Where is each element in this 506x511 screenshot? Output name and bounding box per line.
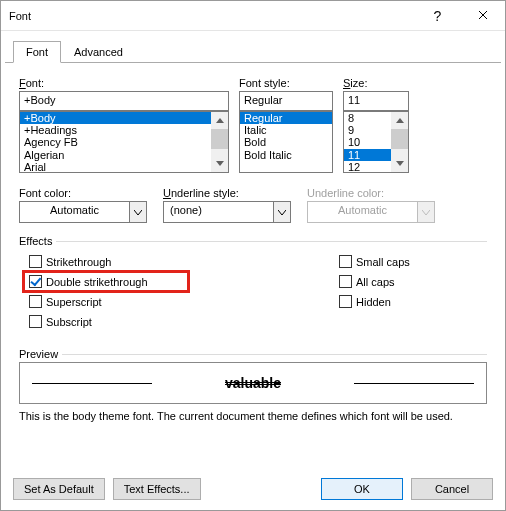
scroll-up-icon[interactable] xyxy=(391,112,408,129)
close-button[interactable] xyxy=(460,1,505,31)
underline-style-combo[interactable]: (none) xyxy=(163,201,291,223)
list-item[interactable]: Italic xyxy=(240,124,332,136)
button-bar: Set As Default Text Effects... OK Cancel xyxy=(1,468,505,510)
checkbox-label: Small caps xyxy=(356,256,410,268)
scroll-down-icon[interactable] xyxy=(391,155,408,172)
list-item[interactable]: Regular xyxy=(240,112,332,124)
underline-style-label: Underline style: xyxy=(163,187,291,199)
chevron-down-icon[interactable] xyxy=(129,201,147,223)
chevron-down-icon[interactable] xyxy=(273,201,291,223)
underline-color-combo: Automatic xyxy=(307,201,435,223)
list-item[interactable]: 11 xyxy=(344,149,391,161)
checkbox-label: Hidden xyxy=(356,296,391,308)
font-color-label: Font color: xyxy=(19,187,147,199)
list-item[interactable]: Arial xyxy=(20,161,211,173)
text-effects-button[interactable]: Text Effects... xyxy=(113,478,201,500)
checkbox-icon xyxy=(339,255,352,268)
size-listbox[interactable]: 8 9 10 11 12 xyxy=(343,111,409,173)
underline-color-value: Automatic xyxy=(307,201,417,223)
tab-advanced[interactable]: Advanced xyxy=(61,41,136,63)
small-caps-checkbox[interactable]: Small caps xyxy=(329,253,410,270)
font-style-input[interactable]: Regular xyxy=(239,91,333,111)
scroll-thumb[interactable] xyxy=(391,129,408,149)
underline-color-label: Underline color: xyxy=(307,187,435,199)
hint-text: This is the body theme font. The current… xyxy=(19,410,487,422)
list-item[interactable]: Bold xyxy=(240,136,332,148)
checkbox-icon xyxy=(339,295,352,308)
dialog-content: Font: +Body +Body +Headings Agency FB Al… xyxy=(1,63,505,468)
preview-box: valuable xyxy=(19,362,487,404)
scroll-down-icon[interactable] xyxy=(211,155,228,172)
list-item[interactable]: 8 xyxy=(344,112,391,124)
effects-group-header: Effects xyxy=(19,235,487,247)
strikethrough-checkbox[interactable]: Strikethrough xyxy=(19,253,329,270)
double-strikethrough-checkbox[interactable]: Double strikethrough xyxy=(19,273,329,290)
tabstrip: Font Advanced xyxy=(1,31,505,63)
font-style-label: Font style: xyxy=(239,77,333,89)
help-icon: ? xyxy=(434,8,442,24)
hidden-checkbox[interactable]: Hidden xyxy=(329,293,410,310)
list-item[interactable]: +Body xyxy=(20,112,211,124)
checkbox-icon xyxy=(29,275,42,288)
font-listbox[interactable]: +Body +Headings Agency FB Algerian Arial xyxy=(19,111,229,173)
preview-group-header: Preview xyxy=(19,348,487,360)
set-default-button[interactable]: Set As Default xyxy=(13,478,105,500)
list-item[interactable]: Bold Italic xyxy=(240,149,332,161)
checkbox-label: Superscript xyxy=(46,296,102,308)
list-item[interactable]: 9 xyxy=(344,124,391,136)
tab-font[interactable]: Font xyxy=(13,41,61,63)
scroll-up-icon[interactable] xyxy=(211,112,228,129)
subscript-checkbox[interactable]: Subscript xyxy=(19,313,329,330)
font-dialog: Font ? Font Advanced Font: +Body +Body +… xyxy=(0,0,506,511)
close-icon xyxy=(478,10,488,22)
font-color-value: Automatic xyxy=(19,201,129,223)
size-input[interactable]: 11 xyxy=(343,91,409,111)
checkbox-label: All caps xyxy=(356,276,395,288)
checkbox-icon xyxy=(29,315,42,328)
checkbox-label: Strikethrough xyxy=(46,256,111,268)
ok-button[interactable]: OK xyxy=(321,478,403,500)
checkbox-label: Double strikethrough xyxy=(46,276,148,288)
cancel-button[interactable]: Cancel xyxy=(411,478,493,500)
font-input[interactable]: +Body xyxy=(19,91,229,111)
font-color-combo[interactable]: Automatic xyxy=(19,201,147,223)
font-style-listbox[interactable]: Regular Italic Bold Bold Italic xyxy=(239,111,333,173)
window-title: Font xyxy=(1,10,415,22)
list-item[interactable]: 12 xyxy=(344,161,391,173)
help-button[interactable]: ? xyxy=(415,1,460,31)
checkbox-icon xyxy=(339,275,352,288)
chevron-down-icon xyxy=(417,201,435,223)
preview-text: valuable xyxy=(225,375,281,391)
scrollbar[interactable] xyxy=(211,112,228,172)
list-item[interactable]: Algerian xyxy=(20,149,211,161)
scrollbar[interactable] xyxy=(391,112,408,172)
list-item[interactable]: 10 xyxy=(344,136,391,148)
titlebar: Font ? xyxy=(1,1,505,31)
font-label: Font: xyxy=(19,77,229,89)
checkbox-label: Subscript xyxy=(46,316,92,328)
checkbox-icon xyxy=(29,295,42,308)
superscript-checkbox[interactable]: Superscript xyxy=(19,293,329,310)
all-caps-checkbox[interactable]: All caps xyxy=(329,273,410,290)
scroll-thumb[interactable] xyxy=(211,129,228,149)
underline-style-value: (none) xyxy=(163,201,273,223)
list-item[interactable]: +Headings xyxy=(20,124,211,136)
list-item[interactable]: Agency FB xyxy=(20,136,211,148)
checkbox-icon xyxy=(29,255,42,268)
size-label: Size: xyxy=(343,77,409,89)
